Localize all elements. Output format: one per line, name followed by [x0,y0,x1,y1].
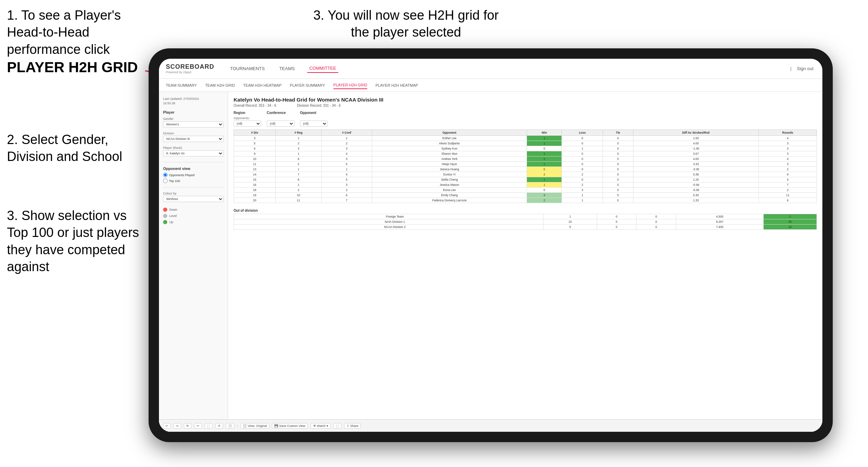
sidebar: Last Updated: 27/03/202416:55:38 Player … [159,92,228,432]
division-record: Division Record: 331 - 34 - 6 [297,104,341,107]
legend-dot-up [163,220,167,224]
toolbar-undo[interactable]: ↩ [163,423,171,429]
toolbar-undo3[interactable]: ↺ [215,423,223,429]
sidebar-player-title: Player [163,110,224,114]
filter-opponent: Opponent (All) [300,111,328,127]
sidebar-divider [163,162,224,162]
h2h-table: # Div # Reg # Conf Opponent Win Loss Tie… [234,130,817,203]
sub-nav-team-h2h-heatmap[interactable]: TEAM H2H HEATMAP [243,82,282,89]
sub-nav-player-h2h-grid[interactable]: PLAYER H2H GRID [333,82,367,89]
nav-committee[interactable]: COMMITTEE [307,64,338,73]
legend-down: Down [163,208,224,212]
table-row: 3 [234,136,276,141]
instruction-step3-right: 3. You will now see H2H grid for the pla… [311,7,501,41]
overall-record: Overall Record: 353 - 34 - 6 [234,104,276,107]
sidebar-player-rank-label: Player (Rank) [163,146,224,150]
sidebar-gender-select[interactable]: Women's Men's [163,121,224,127]
col-diff: Diff Av Strokes/Rnd [633,130,759,136]
opponent-header: Opponent [300,111,328,115]
legend-dot-level [163,214,167,218]
region-select[interactable]: (All) [234,121,261,127]
table-row: 13 [234,167,276,172]
table-row: 15 [234,177,276,182]
toolbar-watch[interactable]: 👁 Watch ▾ [311,423,331,429]
toolbar-time[interactable]: 🕐 [226,423,234,429]
sidebar-opponent-view-label: Opponent view [163,166,224,171]
region-header: Region [234,111,261,115]
toolbar-cut[interactable]: ✂ [194,423,202,429]
main-content: Last Updated: 27/03/202416:55:38 Player … [159,92,822,432]
table-row: 14 [234,172,276,177]
toolbar-undo2[interactable]: ↪ [173,423,181,429]
opponents-label: Opponents: [234,116,261,120]
sidebar-gender-label: Gender [163,117,224,121]
table-row: 19 [234,193,276,198]
sidebar-division-label: Division [163,132,224,135]
colour-by-select[interactable]: Win/loss [163,196,224,202]
col-loss: Loss [562,130,603,136]
toolbar-view-original[interactable]: 📋 View: Original [240,423,269,429]
nav-bar: SCOREBOARD Powered by clippd TOURNAMENTS… [159,59,822,79]
sub-nav-player-h2h-heatmap[interactable]: PLAYER H2H HEATMAP [376,82,418,89]
col-tie: Tie [603,130,633,136]
table-row: 16 [234,182,276,188]
logo-sub: Powered by clippd [166,70,214,74]
sub-nav-team-h2h-grid[interactable]: TEAM H2H GRID [205,82,235,89]
sign-out-button[interactable]: Sign out [795,65,815,73]
col-opponent: Opponent [372,130,527,136]
instruction-step2: 2. Select Gender, Division and School [7,131,138,165]
conference-header: Conference [267,111,294,115]
toolbar-share[interactable]: ⇧ Share [344,423,361,429]
table-row: 10 [234,156,276,162]
tablet-screen: SCOREBOARD Powered by clippd TOURNAMENTS… [159,59,822,432]
col-rounds: Rounds [759,130,817,136]
nav-teams[interactable]: TEAMS [277,65,297,73]
legend-level: Level [163,214,224,218]
logo-text: SCOREBOARD [166,63,214,70]
sidebar-player-rank-select[interactable]: 8. Katelyn Vo [163,150,224,156]
col-div: # Div [234,130,276,136]
bottom-toolbar: ↩ ↪ ⟳ ✂ ⬚ ↺ 🕐 | 📋 View: Original 💾 Save … [159,419,822,432]
sub-nav-player-summary[interactable]: PLAYER SUMMARY [290,82,325,89]
grid-records: Overall Record: 353 - 34 - 6 Division Re… [234,104,817,107]
filter-region: Region Opponents: (All) [234,111,261,127]
grid-area: Katelyn Vo Head-to-Head Grid for Women's… [228,92,822,432]
radio-opponents-played[interactable]: Opponents Played [163,173,224,177]
radio-group: Opponents Played Top 100 [163,173,224,183]
toolbar-save-custom-view[interactable]: 💾 Save Custom View [272,423,308,429]
sidebar-division-select[interactable]: NCAA Division III NCAA Division I NCAA D… [163,136,224,142]
col-reg: # Reg [275,130,321,136]
grid-title: Katelyn Vo Head-to-Head Grid for Women's… [234,97,817,103]
sub-nav-team-summary[interactable]: TEAM SUMMARY [166,82,197,89]
filter-row: Region Opponents: (All) Conference (All) [234,111,817,127]
list-item: Foreign Team [234,214,544,219]
colour-by-label: Colour by [163,192,224,195]
sub-nav: TEAM SUMMARY TEAM H2H GRID TEAM H2H HEAT… [159,79,822,92]
instruction-step1: 1. To see a Player's Head-to-Head perfor… [7,7,152,77]
table-row: 20 [234,198,276,203]
table-row: 9 [234,151,276,156]
nav-tournaments[interactable]: TOURNAMENTS [228,65,267,73]
legend-up: Up [163,220,224,224]
out-of-division-table: Foreign Team 1 0 0 4.500 2 NAIA Division… [234,214,817,230]
toolbar-export[interactable]: ⬚ [333,423,341,429]
filter-conference: Conference (All) [267,111,294,127]
list-item: NCAA Division 2 [234,225,544,230]
conference-select[interactable]: (All) [267,121,294,127]
toolbar-refresh[interactable]: ⟳ [184,423,191,429]
radio-top100[interactable]: Top 100 [163,179,224,183]
tablet-frame: SCOREBOARD Powered by clippd TOURNAMENTS… [149,48,833,442]
color-legend: Down Level Up [163,208,224,224]
logo-area: SCOREBOARD Powered by clippd [166,63,214,74]
legend-dot-down [163,208,167,212]
table-row: 18 [234,188,276,193]
sidebar-timestamp: Last Updated: 27/03/202416:55:38 [163,97,224,105]
sidebar-divider2 [163,187,224,188]
col-conf: # Conf [321,130,372,136]
table-row: 11 [234,162,276,167]
nav-right: | Sign out [790,65,815,73]
toolbar-copy[interactable]: ⬚ [205,423,213,429]
nav-separator: | [790,66,791,71]
table-row: 5 [234,141,276,146]
opponent-select[interactable]: (All) [300,121,328,127]
